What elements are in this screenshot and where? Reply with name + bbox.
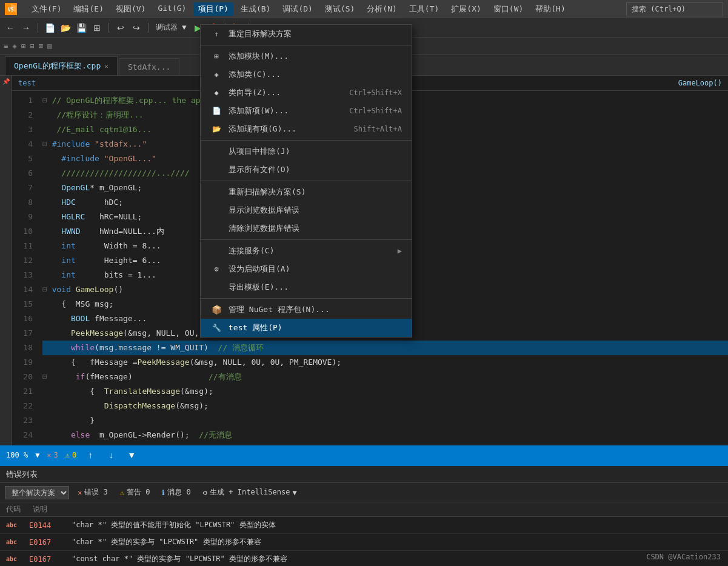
ctx-class-wizard-icon: ◆ xyxy=(210,88,222,97)
error-row-2[interactable]: abc E0167 "const char *" 类型的实参与 "LPCWSTR… xyxy=(0,551,728,566)
redo-button[interactable]: ↪ xyxy=(130,21,143,35)
left-sidebar: 📌 xyxy=(0,76,12,445)
ctx-set-startup[interactable]: ⚙ 设为启动项目(A) xyxy=(201,260,412,278)
separator xyxy=(109,23,109,33)
error-type-icon-2: abc xyxy=(6,556,17,562)
info-badge-count: 消息 0 xyxy=(167,487,190,498)
debug-target: 调试器 ▼ xyxy=(153,22,189,33)
error-row-1[interactable]: abc E0167 "char *" 类型的实参与 "LPCWSTR" 类型的形… xyxy=(0,534,728,551)
ctx-nuget-icon: 📦 xyxy=(210,305,222,315)
build-filter-label: 生成 + IntelliSense xyxy=(210,487,290,498)
line-numbers: 1 2 3 4 5 6 7 8 9 10 11 12 13 14 15 16 1… xyxy=(12,91,38,445)
build-filter-icon: ⚙ xyxy=(203,488,207,497)
error-row-0[interactable]: abc E0144 "char *" 类型的值不能用于初始化 "LPCWSTR"… xyxy=(0,517,728,534)
error-desc-0: "char *" 类型的值不能用于初始化 "LPCWSTR" 类型的实体 xyxy=(72,520,722,530)
separator xyxy=(38,23,38,33)
ctx-nuget-label: 管理 NuGet 程序包(N)... xyxy=(229,304,330,315)
error-panel: 错误列表 整个解决方案 ✕ 错误 3 ⚠ 警告 0 ℹ 消息 0 ⚙ 生成 + … xyxy=(0,465,728,566)
breadcrumb-filter: test xyxy=(18,79,36,87)
ctx-separator-1 xyxy=(201,45,412,45)
code-line-23: } xyxy=(42,413,728,428)
menu-tools[interactable]: 工具(T) xyxy=(404,2,444,16)
menu-bar[interactable]: 文件(F) 编辑(E) 视图(V) Git(G) 项目(P) 生成(B) 调试(… xyxy=(27,2,570,16)
ctx-connect-arrow: ▶ xyxy=(398,247,402,255)
open-button[interactable]: 📂 xyxy=(59,21,72,35)
search-input[interactable]: 搜索 (Ctrl+Q) xyxy=(626,2,723,16)
save-button[interactable]: 💾 xyxy=(75,21,88,35)
ctx-clear-db-errors-label: 清除浏览数据库错误 xyxy=(229,223,299,234)
info-badge-icon: ℹ xyxy=(162,488,165,497)
warning-count-badge[interactable]: ⚠ 警告 0 xyxy=(116,486,154,499)
ctx-add-new-icon: 📄 xyxy=(210,107,222,115)
ctx-exclude[interactable]: 从项目中排除(J) xyxy=(201,142,412,161)
ctx-properties-label: test 属性(P) xyxy=(229,322,282,333)
error-scope-filter[interactable]: 整个解决方案 xyxy=(5,486,69,499)
code-line-22: DispatchMessage(&msg); xyxy=(42,399,728,413)
ctx-manage-nuget[interactable]: 📦 管理 NuGet 程序包(N)... xyxy=(201,301,412,319)
tab-stdafx[interactable]: StdAfx... xyxy=(119,58,179,75)
menu-build[interactable]: 生成(B) xyxy=(236,2,275,16)
ctx-add-module-icon: ⊞ xyxy=(210,52,222,61)
nav-up-button[interactable]: ↑ xyxy=(84,448,97,462)
error-count-badge[interactable]: ✕ 错误 3 xyxy=(74,486,112,499)
vs-logo: VS xyxy=(5,3,17,15)
menu-view[interactable]: 视图(V) xyxy=(111,2,150,16)
ctx-class-wizard[interactable]: ◆ 类向导(Z)... Ctrl+Shift+X xyxy=(201,84,412,102)
ctx-add-new-label: 添加新项(W)... xyxy=(229,105,289,116)
new-file-button[interactable]: 📄 xyxy=(43,21,56,35)
menu-edit[interactable]: 编辑(E) xyxy=(68,2,108,16)
menu-file[interactable]: 文件(F) xyxy=(27,2,66,16)
menu-debug[interactable]: 调试(D) xyxy=(278,2,317,16)
ctx-add-module-label: 添加模块(M)... xyxy=(229,51,289,62)
warning-badge-count: 警告 0 xyxy=(127,487,150,498)
ctx-rescan[interactable]: 重新扫描解决方案(S) xyxy=(201,183,412,201)
error-badge-count: 错误 3 xyxy=(84,487,107,498)
ctx-set-startup-label: 设为启动项目(A) xyxy=(229,264,290,275)
ctx-connect-service[interactable]: 连接服务(C) ▶ xyxy=(201,242,412,260)
ctx-add-class[interactable]: ◈ 添加类(C)... xyxy=(201,65,412,84)
info-count-badge[interactable]: ℹ 消息 0 xyxy=(158,486,194,499)
menu-project[interactable]: 项目(P) xyxy=(193,2,233,16)
ctx-add-existing-label: 添加现有项(G)... xyxy=(229,124,296,135)
menu-analyze[interactable]: 分析(N) xyxy=(362,2,401,16)
zoom-dropdown[interactable]: ▼ xyxy=(35,451,39,459)
code-line-19: { fMessage = PeekMessage(&msg, NULL, 0U,… xyxy=(42,355,728,370)
title-bar: VS 文件(F) 编辑(E) 视图(V) Git(G) 项目(P) 生成(B) … xyxy=(0,0,728,18)
error-type-icon-1: abc xyxy=(6,539,17,545)
filter-button[interactable]: ▼ xyxy=(125,448,138,462)
undo-button[interactable]: ↩ xyxy=(114,21,127,35)
ctx-show-all[interactable]: 显示所有文件(O) xyxy=(201,161,412,179)
forward-button[interactable]: → xyxy=(19,21,33,35)
error-icon: ✕ xyxy=(47,451,51,459)
nav-down-button[interactable]: ↓ xyxy=(104,448,118,462)
ctx-show-db-errors[interactable]: 显示浏览数据库错误 xyxy=(201,201,412,219)
build-filter-badge[interactable]: ⚙ 生成 + IntelliSense ▼ xyxy=(199,486,301,499)
ctx-clear-db-errors[interactable]: 清除浏览数据库错误 xyxy=(201,219,412,238)
save-all-button[interactable]: ⊞ xyxy=(90,21,104,35)
error-code-1: E0167 xyxy=(29,538,59,547)
menu-git[interactable]: Git(G) xyxy=(153,2,191,16)
ctx-add-class-label: 添加类(C)... xyxy=(229,69,281,80)
error-toolbar: 整个解决方案 ✕ 错误 3 ⚠ 警告 0 ℹ 消息 0 ⚙ 生成 + Intel… xyxy=(0,483,728,502)
sidebar-pin[interactable]: 📌 xyxy=(2,78,10,85)
menu-window[interactable]: 窗口(W) xyxy=(489,2,528,16)
tab-close-opengl[interactable]: ✕ xyxy=(104,62,109,70)
ctx-retarget-icon: ↑ xyxy=(210,30,222,38)
col-code: 代码 xyxy=(6,504,21,514)
warning-icon: ⚠ xyxy=(65,451,70,459)
menu-extend[interactable]: 扩展(X) xyxy=(446,2,486,16)
ctx-show-db-errors-label: 显示浏览数据库错误 xyxy=(229,205,299,216)
menu-help[interactable]: 帮助(H) xyxy=(530,2,570,16)
code-line-21: { TranslateMessage(&msg); xyxy=(42,384,728,399)
menu-test[interactable]: 测试(S) xyxy=(320,2,359,16)
ctx-add-new[interactable]: 📄 添加新项(W)... Ctrl+Shift+A xyxy=(201,102,412,120)
ctx-retarget[interactable]: ↑ 重定目标解决方案 xyxy=(201,25,412,43)
ctx-test-properties[interactable]: 🔧 test 属性(P) xyxy=(201,319,412,337)
ctx-add-existing-icon: 📂 xyxy=(210,125,222,133)
error-desc-1: "char *" 类型的实参与 "LPCWSTR" 类型的形参不兼容 xyxy=(72,537,722,547)
tab-opengl-cpp[interactable]: OpenGL的程序框架.cpp ✕ xyxy=(5,56,118,75)
ctx-add-existing[interactable]: 📂 添加现有项(G)... Shift+Alt+A xyxy=(201,120,412,138)
back-button[interactable]: ← xyxy=(4,21,17,35)
ctx-add-module[interactable]: ⊞ 添加模块(M)... xyxy=(201,47,412,65)
ctx-export-template[interactable]: 导出模板(E)... xyxy=(201,278,412,296)
